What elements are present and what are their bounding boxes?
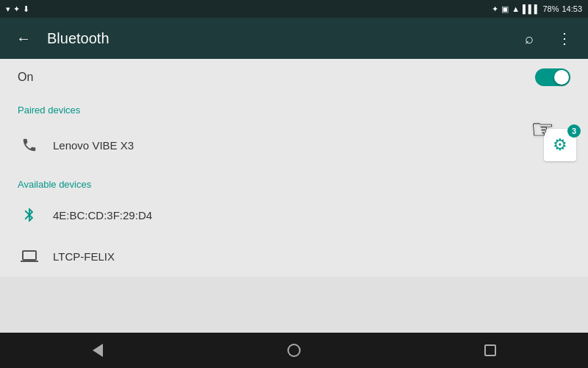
wifi-icon: ▲ (512, 4, 520, 13)
status-bar: ▾ ✦ ⬇ ✦ ▣ ▲ ▌▌▌ 78% 14:53 (0, 0, 588, 18)
nav-back-button[interactable] (80, 333, 115, 368)
bluetooth-device-icon (18, 203, 41, 227)
more-options-button[interactable]: ⋮ (553, 26, 576, 50)
back-arrow-icon: ← (16, 30, 31, 47)
nav-bar (0, 333, 588, 368)
content-area: Paired devices Lenovo VIBE X3 ⚙ 3 Availa… (0, 96, 588, 277)
settings-badge: 3 (567, 124, 581, 138)
search-icon: ⌕ (525, 30, 534, 47)
available-device-name-0: 4E:BC:CD:3F:29:D4 (53, 209, 576, 222)
available-device-row-1[interactable]: LTCP-FELIX (0, 236, 588, 277)
phone-icon (18, 133, 41, 157)
available-device-name-1: LTCP-FELIX (53, 250, 576, 263)
bluetooth-toggle-row: On (0, 59, 588, 96)
back-button[interactable]: ← (12, 26, 35, 50)
nav-recents-button[interactable] (473, 333, 508, 368)
time-text: 14:53 (562, 4, 582, 13)
bluetooth-status-icon: ✦ (492, 4, 498, 14)
bluetooth-toggle-switch[interactable] (535, 68, 570, 86)
usb-icon: ✦ (13, 4, 20, 14)
signal-icon: ▌▌▌ (523, 4, 539, 13)
laptop-icon (18, 244, 41, 268)
paired-device-name-0: Lenovo VIBE X3 (53, 139, 544, 152)
more-icon: ⋮ (557, 29, 572, 47)
search-button[interactable]: ⌕ (517, 26, 541, 50)
settings-btn-container: ⚙ 3 (544, 129, 576, 161)
top-bar-actions: ⌕ ⋮ (517, 26, 576, 50)
paired-device-row-0[interactable]: Lenovo VIBE X3 ⚙ 3 (0, 120, 588, 170)
gear-icon: ⚙ (553, 135, 567, 155)
download-icon: ⬇ (23, 4, 29, 14)
sim-icon: ▣ (501, 4, 509, 14)
status-bar-left: ▾ ✦ ⬇ (6, 4, 29, 14)
bluetooth-toggle-label: On (18, 71, 33, 84)
notification-icon: ▾ (6, 4, 10, 14)
status-bar-right: ✦ ▣ ▲ ▌▌▌ 78% 14:53 (492, 4, 582, 14)
top-bar: ← Bluetooth ⌕ ⋮ (0, 18, 588, 59)
page-title: Bluetooth (47, 30, 506, 47)
nav-home-icon (287, 344, 301, 357)
nav-home-button[interactable] (276, 333, 312, 368)
nav-back-icon (93, 344, 103, 357)
paired-devices-header: Paired devices (0, 96, 588, 120)
nav-recents-icon (484, 344, 496, 356)
battery-text: 78% (542, 4, 559, 13)
available-devices-header: Available devices (0, 170, 588, 194)
available-device-row-0[interactable]: 4E:BC:CD:3F:29:D4 (0, 194, 588, 236)
